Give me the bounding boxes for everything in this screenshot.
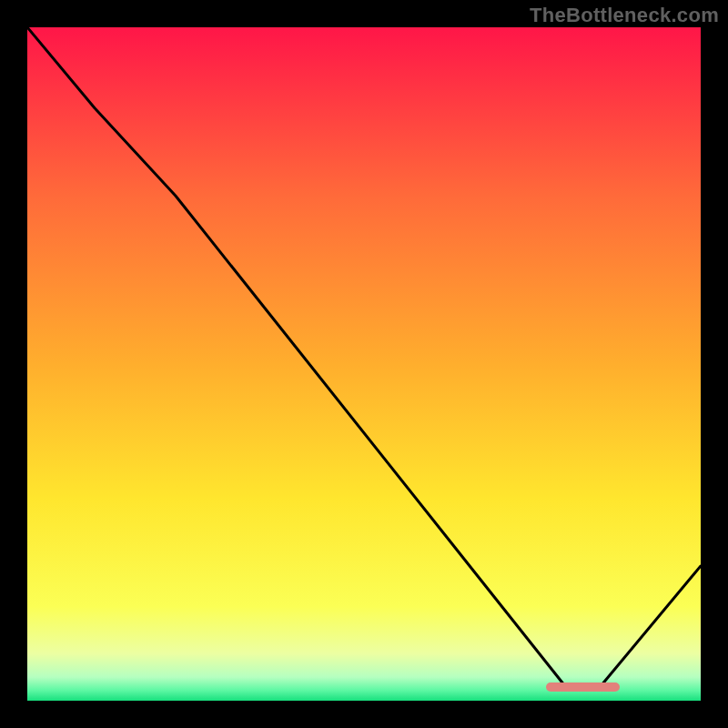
bottleneck-curve-path xyxy=(27,27,701,687)
plot-area xyxy=(27,27,701,701)
optimal-range-marker xyxy=(546,682,620,692)
curve-layer xyxy=(27,27,701,701)
chart-stage: TheBottleneck.com xyxy=(0,0,728,728)
branding-watermark: TheBottleneck.com xyxy=(530,4,719,27)
